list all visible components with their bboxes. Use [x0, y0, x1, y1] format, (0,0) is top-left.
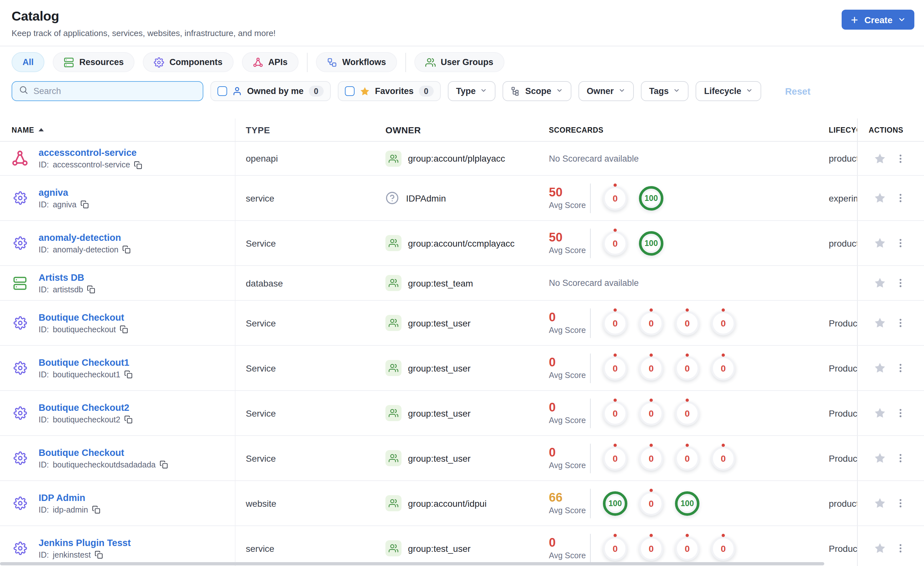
scorecard-ring[interactable]: 0 [603, 231, 627, 255]
favorite-star-icon[interactable] [874, 362, 886, 374]
scorecard-ring[interactable]: 0 [639, 356, 663, 380]
kebab-menu-icon[interactable] [895, 153, 906, 164]
scorecard-ring[interactable]: 0 [675, 401, 699, 425]
scorecard-ring[interactable]: 0 [639, 401, 663, 425]
scorecard-ring[interactable]: 0 [639, 536, 663, 560]
favorite-star-icon[interactable] [874, 542, 886, 554]
owner-name: group:test_team [408, 278, 473, 288]
kebab-menu-icon[interactable] [895, 543, 906, 554]
entity-name-link[interactable]: Boutique Checkout2 [39, 402, 132, 412]
scorecard-ring[interactable]: 0 [711, 311, 735, 335]
kebab-menu-icon[interactable] [895, 238, 906, 248]
scorecard-ring[interactable]: 100 [639, 186, 663, 210]
favorite-star-icon[interactable] [874, 452, 886, 464]
horizontal-scrollbar[interactable] [0, 562, 824, 565]
copy-icon[interactable] [160, 461, 168, 469]
favorite-star-icon[interactable] [874, 237, 886, 249]
tab-apis[interactable]: APIs [242, 52, 298, 72]
favorite-star-icon[interactable] [874, 277, 886, 289]
copy-icon[interactable] [87, 285, 95, 294]
api-icon [12, 150, 28, 167]
kebab-menu-icon[interactable] [895, 277, 906, 289]
scorecard-ring[interactable]: 0 [603, 356, 627, 380]
scorecard-ring[interactable]: 0 [603, 186, 627, 210]
column-header-name[interactable]: NAME [0, 119, 236, 141]
tab-user-groups[interactable]: User Groups [414, 52, 504, 72]
entity-name-link[interactable]: Boutique Checkout [39, 447, 168, 458]
favorite-star-icon[interactable] [874, 497, 886, 509]
scorecard-ring[interactable]: 0 [711, 536, 735, 560]
avg-score-label: Avg Score [549, 246, 590, 255]
lifecycle-filter-dropdown[interactable]: Lifecycle [696, 81, 762, 101]
owned-by-me-checkbox[interactable] [218, 86, 227, 96]
scorecard-ring[interactable]: 0 [711, 356, 735, 380]
gear-icon [12, 361, 28, 375]
favorite-star-icon[interactable] [874, 152, 886, 164]
scorecard-ring[interactable]: 100 [603, 491, 627, 515]
owned-by-me-filter[interactable]: Owned by me 0 [210, 81, 330, 101]
copy-icon[interactable] [124, 370, 132, 379]
scorecard-ring[interactable]: 0 [675, 356, 699, 380]
tab-components[interactable]: Components [143, 52, 234, 72]
owner-name: group:test_user [408, 453, 471, 463]
tags-filter-dropdown[interactable]: Tags [641, 81, 689, 101]
copy-icon[interactable] [134, 161, 142, 169]
scope-filter-dropdown[interactable]: Scope [502, 81, 571, 101]
entity-name-link[interactable]: Jenkins Plugin Tesst [39, 537, 130, 548]
filter-bar: Owned by me 0 Favorites 0 Type Scope Own… [0, 81, 924, 101]
catalog-table: NAME TYPE OWNER SCORECARDS LIFECYCLE ACT… [0, 119, 924, 566]
tab-resources[interactable]: Resources [53, 52, 135, 72]
scorecard-ring[interactable]: 0 [603, 446, 627, 470]
entity-name-link[interactable]: Artists DB [39, 272, 95, 282]
scorecard-ring[interactable]: 100 [675, 491, 699, 515]
scorecard-ring[interactable]: 0 [711, 446, 735, 470]
entity-name-link[interactable]: IDP Admin [39, 492, 100, 503]
kebab-menu-icon[interactable] [895, 193, 906, 203]
entity-name-link[interactable]: Boutique Checkout1 [39, 357, 132, 367]
group-icon [386, 275, 402, 291]
favorite-star-icon[interactable] [874, 192, 886, 204]
entity-name-link[interactable]: accesscontrol-service [39, 148, 142, 158]
create-button[interactable]: Create [842, 10, 914, 30]
owner-filter-dropdown[interactable]: Owner [579, 81, 634, 101]
scorecard-ring[interactable]: 0 [639, 311, 663, 335]
kebab-menu-icon[interactable] [895, 498, 906, 509]
scorecard-ring[interactable]: 0 [639, 446, 663, 470]
scorecard-ring[interactable]: 0 [675, 536, 699, 560]
copy-icon[interactable] [80, 200, 89, 209]
copy-icon[interactable] [92, 506, 100, 514]
favorites-filter[interactable]: Favorites 0 [338, 81, 441, 101]
scorecard-ring[interactable]: 0 [675, 446, 699, 470]
entity-id: boutiquecheckout [53, 325, 116, 334]
favorites-checkbox[interactable] [345, 86, 354, 96]
scorecard-ring[interactable]: 0 [603, 536, 627, 560]
reset-filters-button[interactable]: Reset [785, 86, 810, 96]
kebab-menu-icon[interactable] [895, 408, 906, 418]
scorecard-ring[interactable]: 100 [639, 231, 663, 255]
chevron-down-icon [746, 86, 753, 96]
kebab-menu-icon[interactable] [895, 318, 906, 328]
chevron-down-icon [618, 86, 626, 96]
kebab-menu-icon[interactable] [895, 453, 906, 464]
scorecard-ring[interactable]: 0 [603, 311, 627, 335]
scorecard-ring[interactable]: 0 [603, 401, 627, 425]
entity-name-link[interactable]: anomaly-detection [39, 232, 130, 242]
search-input[interactable] [33, 86, 196, 96]
scorecard-ring[interactable]: 0 [639, 491, 663, 515]
favorite-star-icon[interactable] [874, 317, 886, 329]
copy-icon[interactable] [120, 325, 128, 334]
tab-workflows-label: Workflows [342, 57, 386, 67]
entity-name-link[interactable]: Boutique Checkout [39, 312, 128, 322]
copy-icon[interactable] [122, 245, 130, 254]
copy-icon[interactable] [94, 551, 103, 559]
scorecard-ring[interactable]: 0 [675, 311, 699, 335]
kebab-menu-icon[interactable] [895, 363, 906, 373]
tab-all[interactable]: All [12, 52, 45, 72]
tab-workflows[interactable]: Workflows [316, 52, 397, 72]
favorite-star-icon[interactable] [874, 407, 886, 419]
copy-icon[interactable] [124, 415, 132, 424]
type-filter-dropdown[interactable]: Type [447, 81, 495, 101]
entity-name-link[interactable]: agniva [39, 187, 89, 197]
entity-lifecycle: experimental [829, 193, 857, 203]
search-box[interactable] [12, 81, 203, 101]
